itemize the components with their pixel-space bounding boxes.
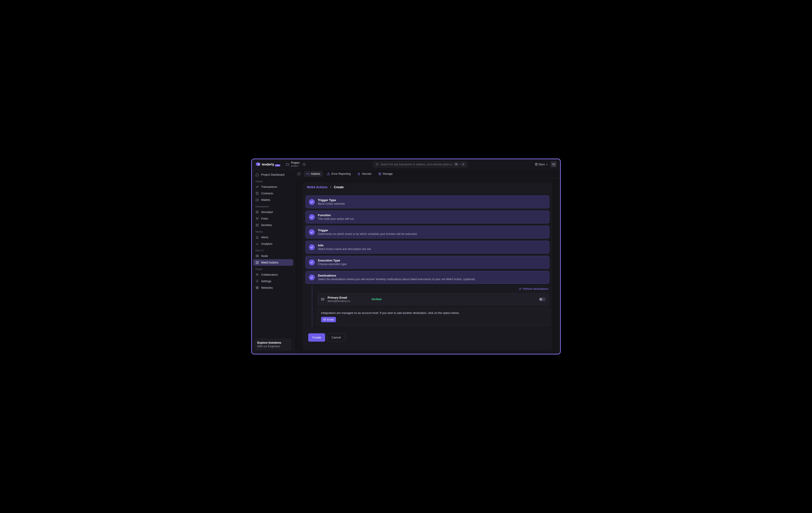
sidebar-heading-project: Project bbox=[253, 266, 293, 271]
devnets-icon bbox=[256, 223, 259, 227]
step-desc: The code your action will run. bbox=[318, 217, 355, 220]
step-trigger-type[interactable]: Trigger Type Block Action selected. bbox=[306, 195, 549, 208]
refresh-label: Refresh destinations bbox=[523, 288, 548, 291]
email-button-label: Email bbox=[327, 318, 334, 321]
svg-point-22 bbox=[379, 173, 381, 173]
check-icon bbox=[309, 229, 315, 235]
search-bar[interactable]: ⌘ + k bbox=[373, 161, 468, 168]
explore-solutions-card[interactable]: Explore Solutions With our Engineers bbox=[255, 338, 292, 351]
collaborators-icon bbox=[256, 273, 259, 276]
sidebar-heading-monitor: Monitor bbox=[253, 228, 293, 234]
kbd-mod: ⌘ bbox=[454, 162, 459, 166]
destination-title: Primary Email bbox=[327, 296, 350, 299]
step-trigger[interactable]: Trigger Determines on which event or by … bbox=[306, 225, 549, 239]
step-destinations[interactable]: Destinations Select the destinations whe… bbox=[306, 271, 549, 284]
explore-title: Explore Solutions bbox=[257, 341, 289, 344]
tab-storage[interactable]: Storage bbox=[376, 171, 396, 177]
sidebar-item-dashboard[interactable]: Project Dashboard bbox=[253, 171, 293, 178]
refresh-row: Refresh destinations bbox=[317, 286, 549, 293]
collapse-sidebar-button[interactable] bbox=[296, 171, 301, 176]
header: tenderly PRO Project project ⌘ + k bbox=[252, 159, 560, 170]
sidebar-item-label: Contracts bbox=[261, 192, 273, 195]
step-title: Function bbox=[318, 213, 355, 217]
search-shortcut: ⌘ + k bbox=[454, 162, 465, 166]
search-input[interactable] bbox=[380, 163, 452, 166]
svg-point-13 bbox=[258, 226, 259, 227]
warning-icon bbox=[327, 172, 330, 175]
analytics-icon bbox=[256, 242, 259, 245]
destination-toggle[interactable] bbox=[539, 298, 546, 301]
tab-label: Storage bbox=[383, 172, 393, 175]
tab-error-reporting[interactable]: Error Reporting bbox=[324, 171, 353, 177]
refresh-destinations-link[interactable]: Refresh destinations bbox=[519, 288, 548, 291]
add-email-button[interactable]: Email bbox=[321, 317, 336, 322]
svg-rect-15 bbox=[256, 256, 258, 257]
sidebar-item-web3actions[interactable]: Web3 Actions bbox=[253, 259, 293, 266]
tab-label: Secrets bbox=[362, 172, 371, 175]
project-selector[interactable]: Project project bbox=[286, 161, 306, 167]
sidebar-item-label: Networks bbox=[261, 286, 273, 290]
chevron-left-icon bbox=[298, 173, 300, 175]
tab-secrets[interactable]: Secrets bbox=[355, 171, 374, 177]
sidebar-item-devnets[interactable]: DevNets bbox=[253, 222, 293, 228]
actions-row: Create Cancel bbox=[306, 329, 549, 346]
explore-subtitle: With our Engineers bbox=[257, 345, 289, 348]
breadcrumb: Web3 Actions Create bbox=[303, 182, 552, 192]
svg-point-17 bbox=[256, 274, 257, 274]
sidebar-item-settings[interactable]: Settings bbox=[253, 278, 293, 284]
sidebar-item-label: Node bbox=[261, 254, 268, 258]
sidebar-item-alerts[interactable]: Alerts bbox=[253, 234, 293, 241]
destinations-body: Refresh destinations Primary Email demo@… bbox=[312, 286, 549, 327]
node-icon bbox=[256, 254, 259, 258]
logo-badge: PRO bbox=[275, 164, 280, 167]
sidebar-item-collaborators[interactable]: Collaborators bbox=[253, 271, 293, 278]
sidebar-item-label: Simulator bbox=[261, 211, 273, 214]
svg-point-18 bbox=[258, 274, 258, 275]
svg-point-8 bbox=[257, 219, 258, 220]
step-execution-type[interactable]: Execution Type Choose execution type bbox=[306, 256, 549, 269]
integrations-info-text: Integrations are managed on an account l… bbox=[321, 311, 546, 314]
cancel-button[interactable]: Cancel bbox=[327, 333, 345, 342]
step-title: Trigger Type bbox=[318, 199, 345, 202]
sidebar-item-contracts[interactable]: Contracts bbox=[253, 190, 293, 197]
sidebar-item-transactions[interactable]: Transactions bbox=[253, 184, 293, 190]
docs-icon bbox=[535, 163, 538, 166]
breadcrumb-root[interactable]: Web3 Actions bbox=[307, 185, 327, 189]
chevron-right-icon bbox=[329, 186, 332, 188]
project-subtitle: project bbox=[291, 164, 299, 167]
logo[interactable]: tenderly PRO bbox=[256, 162, 280, 167]
sidebar-item-wallets[interactable]: Wallets bbox=[253, 197, 293, 203]
check-icon bbox=[309, 260, 315, 265]
step-function[interactable]: Function The code your action will run. bbox=[306, 211, 549, 223]
destination-info: Primary Email demo@tenderly.co bbox=[327, 296, 350, 303]
svg-rect-21 bbox=[358, 174, 360, 175]
sidebar-item-simulator[interactable]: Simulator bbox=[253, 209, 293, 215]
alerts-icon bbox=[256, 236, 259, 239]
step-desc: Block Action selected. bbox=[318, 202, 345, 205]
svg-point-12 bbox=[256, 226, 257, 227]
sidebar-item-forks[interactable]: Forks bbox=[253, 215, 293, 222]
step-title: Execution Type bbox=[318, 259, 347, 262]
refresh-icon bbox=[519, 288, 522, 291]
tab-actions[interactable]: Actions bbox=[304, 171, 323, 177]
mail-icon bbox=[323, 318, 326, 321]
sidebar-item-label: Wallets bbox=[261, 199, 270, 202]
sidebar-item-label: Forks bbox=[261, 217, 268, 220]
integrations-info-card: Integrations are managed on an account l… bbox=[317, 308, 549, 326]
create-button[interactable]: Create bbox=[308, 333, 325, 342]
steps: Trigger Type Block Action selected. Func… bbox=[303, 192, 552, 350]
avatar[interactable]: TD bbox=[551, 161, 556, 167]
sidebar-item-node[interactable]: Node bbox=[253, 253, 293, 259]
chevron-down-icon bbox=[302, 162, 306, 167]
docs-link[interactable]: Docs bbox=[535, 163, 548, 166]
lock-icon bbox=[357, 172, 360, 175]
step-info[interactable]: Info Web3 Action name and description ar… bbox=[306, 241, 549, 253]
sidebar-item-networks[interactable]: Networks bbox=[253, 284, 293, 291]
docs-label: Docs bbox=[539, 163, 545, 166]
folder-icon bbox=[286, 162, 289, 166]
sidebar-item-analytics[interactable]: Analytics bbox=[253, 241, 293, 247]
tab-label: Actions bbox=[311, 172, 320, 175]
svg-point-11 bbox=[258, 224, 259, 224]
sidebar-item-label: Web3 Actions bbox=[261, 261, 278, 264]
transactions-icon bbox=[256, 185, 259, 188]
